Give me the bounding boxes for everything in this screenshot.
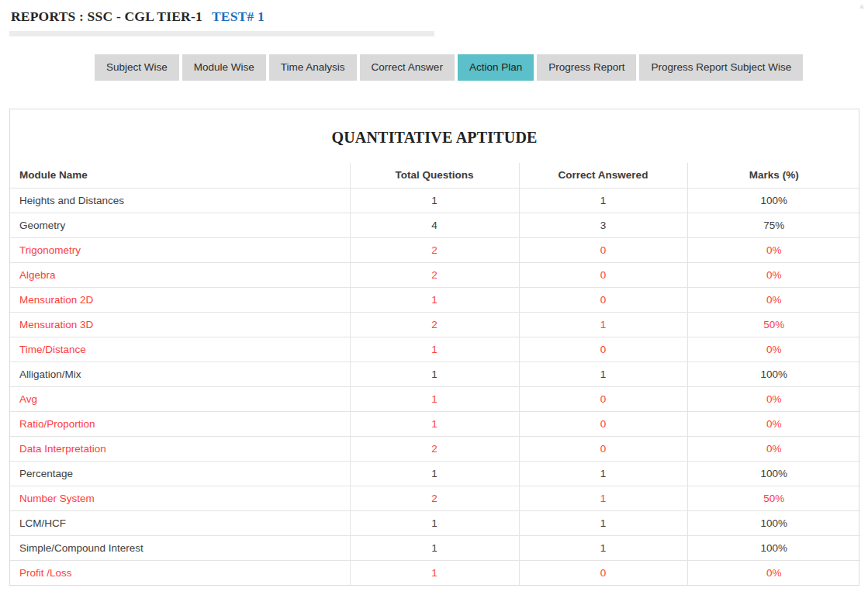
- cell-module-name: Simple/Compound Interest: [10, 535, 350, 560]
- cell-module-name: Geometry: [10, 213, 350, 237]
- cell-correct-answered: 1: [519, 486, 687, 510]
- column-header-marks-percent: Marks (%): [687, 163, 860, 188]
- cell-total-questions: 1: [350, 287, 519, 312]
- cell-marks-percent: 0%: [687, 436, 860, 461]
- cell-module-name: Data Interpretation: [10, 436, 350, 461]
- cell-correct-answered: 1: [519, 312, 687, 337]
- table-row: Simple/Compound Interest11100%: [10, 535, 860, 560]
- cell-marks-percent: 100%: [687, 361, 860, 386]
- cell-marks-percent: 0%: [687, 560, 860, 585]
- cell-marks-percent: 0%: [687, 411, 860, 436]
- cell-marks-percent: 50%: [687, 312, 860, 337]
- column-header-correct-answered: Correct Answered: [519, 163, 687, 188]
- cell-total-questions: 1: [350, 337, 519, 361]
- cell-total-questions: 1: [350, 188, 519, 213]
- cell-marks-percent: 100%: [687, 510, 860, 535]
- cell-module-name: Heights and Distances: [10, 188, 350, 213]
- tab-module-wise[interactable]: Module Wise: [182, 54, 266, 81]
- cell-correct-answered: 0: [519, 262, 687, 287]
- cell-marks-percent: 100%: [687, 535, 860, 560]
- page-header: REPORTS : SSC - CGL TIER-1 TEST# 1: [11, 9, 265, 25]
- cell-module-name: Algebra: [10, 262, 350, 287]
- cell-marks-percent: 0%: [687, 262, 860, 287]
- report-tabs: Subject WiseModule WiseTime AnalysisCorr…: [95, 54, 803, 81]
- cell-total-questions: 4: [350, 213, 519, 237]
- cell-marks-percent: 100%: [687, 461, 860, 486]
- cell-total-questions: 2: [350, 312, 519, 337]
- cell-module-name: Mensuration 2D: [10, 287, 350, 312]
- cell-marks-percent: 0%: [687, 337, 860, 361]
- module-table-body: Heights and Distances11100%Geometry4375%…: [10, 188, 860, 585]
- cell-marks-percent: 0%: [687, 287, 860, 312]
- cell-total-questions: 1: [350, 560, 519, 585]
- cell-module-name: Mensuration 3D: [10, 312, 350, 337]
- tab-subject-wise[interactable]: Subject Wise: [95, 54, 179, 81]
- table-row: Percentage11100%: [10, 461, 860, 486]
- test-number-link[interactable]: TEST# 1: [212, 9, 265, 25]
- cell-module-name: Alligation/Mix: [10, 361, 350, 386]
- cell-module-name: Trigonometry: [10, 237, 350, 262]
- table-header-row: Module Name Total Questions Correct Answ…: [10, 163, 860, 188]
- table-row: Profit /Loss100%: [10, 560, 860, 585]
- cell-correct-answered: 1: [519, 535, 687, 560]
- cell-total-questions: 2: [350, 237, 519, 262]
- tab-time-analysis[interactable]: Time Analysis: [269, 54, 357, 81]
- table-row: Time/Distance100%: [10, 337, 860, 361]
- table-row: Heights and Distances11100%: [10, 188, 860, 213]
- cell-module-name: LCM/HCF: [10, 510, 350, 535]
- table-row: LCM/HCF11100%: [10, 510, 860, 535]
- cell-correct-answered: 1: [519, 361, 687, 386]
- tab-correct-answer[interactable]: Correct Answer: [360, 54, 455, 81]
- cell-correct-answered: 0: [519, 287, 687, 312]
- scroll-top-arrow-icon[interactable]: ▲: [856, 0, 867, 12]
- column-header-module-name: Module Name: [10, 163, 350, 188]
- table-row: Avg100%: [10, 386, 860, 411]
- cell-correct-answered: 0: [519, 560, 687, 585]
- cell-total-questions: 1: [350, 535, 519, 560]
- cell-correct-answered: 0: [519, 237, 687, 262]
- cell-total-questions: 2: [350, 262, 519, 287]
- column-header-total-questions: Total Questions: [350, 163, 519, 188]
- cell-module-name: Avg: [10, 386, 350, 411]
- cell-module-name: Time/Distance: [10, 337, 350, 361]
- table-row: Number System2150%: [10, 486, 860, 510]
- cell-total-questions: 2: [350, 486, 519, 510]
- tab-progress-report[interactable]: Progress Report: [537, 54, 636, 81]
- cell-total-questions: 1: [350, 411, 519, 436]
- cell-marks-percent: 75%: [687, 213, 860, 237]
- tab-action-plan[interactable]: Action Plan: [458, 54, 534, 81]
- table-row: Mensuration 3D2150%: [10, 312, 860, 337]
- cell-module-name: Profit /Loss: [10, 560, 350, 585]
- tab-progress-report-subject-wise[interactable]: Progress Report Subject Wise: [639, 54, 803, 81]
- cell-module-name: Percentage: [10, 461, 350, 486]
- cell-total-questions: 1: [350, 510, 519, 535]
- cell-marks-percent: 100%: [687, 188, 860, 213]
- module-table: Module Name Total Questions Correct Answ…: [10, 163, 860, 585]
- cell-correct-answered: 0: [519, 411, 687, 436]
- table-row: Alligation/Mix11100%: [10, 361, 860, 386]
- cell-correct-answered: 0: [519, 386, 687, 411]
- cell-marks-percent: 0%: [687, 237, 860, 262]
- cell-marks-percent: 0%: [687, 386, 860, 411]
- cell-module-name: Number System: [10, 486, 350, 510]
- cell-correct-answered: 0: [519, 337, 687, 361]
- table-row: Ratio/Proportion100%: [10, 411, 860, 436]
- table-row: Mensuration 2D100%: [10, 287, 860, 312]
- cell-marks-percent: 50%: [687, 486, 860, 510]
- cell-correct-answered: 1: [519, 461, 687, 486]
- cell-correct-answered: 3: [519, 213, 687, 237]
- table-row: Geometry4375%: [10, 213, 860, 237]
- cell-correct-answered: 1: [519, 510, 687, 535]
- page-title: REPORTS : SSC - CGL TIER-1: [11, 9, 202, 25]
- cell-correct-answered: 0: [519, 436, 687, 461]
- report-card: QUANTITATIVE APTITUDE Module Name Total …: [9, 109, 859, 586]
- cell-total-questions: 2: [350, 436, 519, 461]
- table-row: Algebra200%: [10, 262, 860, 287]
- cell-correct-answered: 1: [519, 188, 687, 213]
- section-title: QUANTITATIVE APTITUDE: [10, 109, 859, 163]
- cell-total-questions: 1: [350, 386, 519, 411]
- table-row: Data Interpretation200%: [10, 436, 860, 461]
- cell-total-questions: 1: [350, 461, 519, 486]
- cell-total-questions: 1: [350, 361, 519, 386]
- table-row: Trigonometry200%: [10, 237, 860, 262]
